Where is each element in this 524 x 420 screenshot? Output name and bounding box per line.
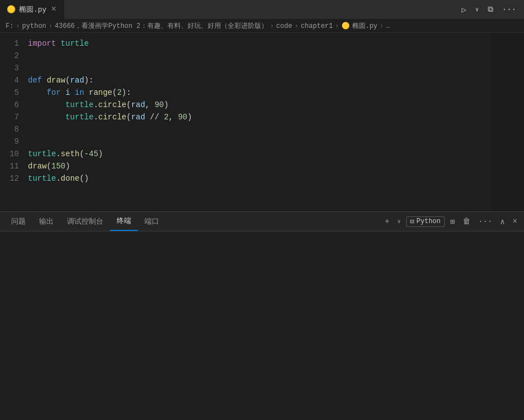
breadcrumb-file-icon: 🟡: [342, 22, 350, 30]
run-dropdown-button[interactable]: ∨: [473, 5, 481, 14]
line-number: 5: [0, 86, 28, 99]
more-actions-button[interactable]: ···: [500, 4, 518, 15]
line-content: [28, 136, 524, 148]
terminal-icon: ⊡: [410, 218, 414, 226]
line-content: [28, 62, 524, 74]
table-row: 10turtle.seth(-45): [0, 148, 524, 160]
line-content: turtle.seth(-45): [28, 148, 524, 160]
breadcrumb-book: 43666，看漫画学Python 2：有趣、有料、好玩、好用（全彩进阶版）: [55, 21, 268, 31]
split-editor-button[interactable]: ⧉: [485, 4, 496, 15]
table-row: 5 for i in range(2):: [0, 86, 524, 99]
line-number: 2: [0, 50, 28, 62]
table-row: 4def draw(rad):: [0, 74, 524, 86]
breadcrumb-drive: F:: [6, 22, 13, 30]
editor-actions: ▷ ∨ ⧉ ···: [459, 4, 524, 16]
line-number: 11: [0, 160, 28, 172]
panel-up-button[interactable]: ∧: [498, 216, 507, 228]
tab-terminal[interactable]: 终端: [110, 212, 138, 231]
split-terminal-button[interactable]: ⊞: [448, 216, 457, 228]
tab-ports[interactable]: 端口: [138, 212, 166, 231]
table-row: 2: [0, 50, 524, 62]
delete-terminal-button[interactable]: 🗑: [460, 216, 473, 227]
line-number: 8: [0, 123, 28, 136]
editor-wrapper: 1import turtle2 3 4def draw(rad):5 for i…: [0, 33, 524, 211]
line-number: 9: [0, 136, 28, 148]
tab-close-button[interactable]: ×: [50, 4, 57, 15]
line-number: 10: [0, 148, 28, 160]
panel: 问题 输出 调试控制台 终端 端口 + ∨ ⊡ Python ⊞ 🗑 ··· ∧…: [0, 211, 524, 420]
table-row: 7 turtle.circle(rad // 2, 90): [0, 111, 524, 123]
add-terminal-button[interactable]: +: [383, 216, 392, 227]
table-row: 1import turtle: [0, 37, 524, 50]
run-button[interactable]: ▷: [459, 4, 468, 16]
tab-filename: 椭圆.py: [19, 4, 46, 15]
python-label: Python: [416, 218, 440, 225]
line-number: 4: [0, 74, 28, 86]
line-content: def draw(rad):: [28, 74, 524, 86]
panel-tab-bar: 问题 输出 调试控制台 终端 端口 + ∨ ⊡ Python ⊞ 🗑 ··· ∧…: [0, 212, 524, 231]
python-terminal-badge[interactable]: ⊡ Python: [406, 216, 444, 227]
line-number: 7: [0, 111, 28, 123]
tab-output[interactable]: 输出: [32, 212, 60, 231]
breadcrumb: F: › python › 43666，看漫画学Python 2：有趣、有料、好…: [0, 20, 524, 33]
tab-problems[interactable]: 问题: [4, 212, 32, 231]
python-file-icon: 🟡: [7, 5, 16, 14]
terminal-content[interactable]: [0, 231, 524, 420]
table-row: 6 turtle.circle(rad, 90): [0, 99, 524, 111]
table-row: 8: [0, 123, 524, 136]
line-number: 6: [0, 99, 28, 111]
line-content: [28, 50, 524, 62]
breadcrumb-chapter: chapter1: [301, 22, 333, 30]
panel-actions: + ∨ ⊡ Python ⊞ 🗑 ··· ∧ ×: [383, 216, 520, 228]
panel-more-button[interactable]: ···: [476, 216, 494, 227]
line-content: turtle.circle(rad // 2, 90): [28, 111, 524, 123]
line-number: 3: [0, 62, 28, 74]
line-content: import turtle: [28, 37, 524, 50]
line-content: turtle.done(): [28, 172, 524, 185]
breadcrumb-ellipsis: …: [386, 22, 390, 30]
breadcrumb-python: python: [22, 22, 46, 30]
table-row: 11draw(150): [0, 160, 524, 172]
line-content: draw(150): [28, 160, 524, 172]
line-number: 12: [0, 172, 28, 185]
file-tab[interactable]: 🟡 椭圆.py ×: [0, 0, 65, 19]
code-editor[interactable]: 1import turtle2 3 4def draw(rad):5 for i…: [0, 33, 524, 211]
tab-bar: 🟡 椭圆.py × ▷ ∨ ⧉ ···: [0, 0, 524, 20]
breadcrumb-file: 椭圆.py: [352, 21, 378, 31]
tab-debug-console[interactable]: 调试控制台: [60, 212, 110, 231]
code-lines: 1import turtle2 3 4def draw(rad):5 for i…: [0, 33, 524, 189]
breadcrumb-code: code: [276, 22, 292, 30]
line-content: [28, 123, 524, 136]
table-row: 3: [0, 62, 524, 74]
minimap: [491, 33, 524, 211]
line-number: 1: [0, 37, 28, 50]
add-terminal-dropdown[interactable]: ∨: [395, 217, 403, 226]
line-content: for i in range(2):: [28, 86, 524, 99]
line-content: turtle.circle(rad, 90): [28, 99, 524, 111]
panel-close-button[interactable]: ×: [511, 216, 520, 227]
table-row: 12turtle.done(): [0, 172, 524, 185]
table-row: 9: [0, 136, 524, 148]
